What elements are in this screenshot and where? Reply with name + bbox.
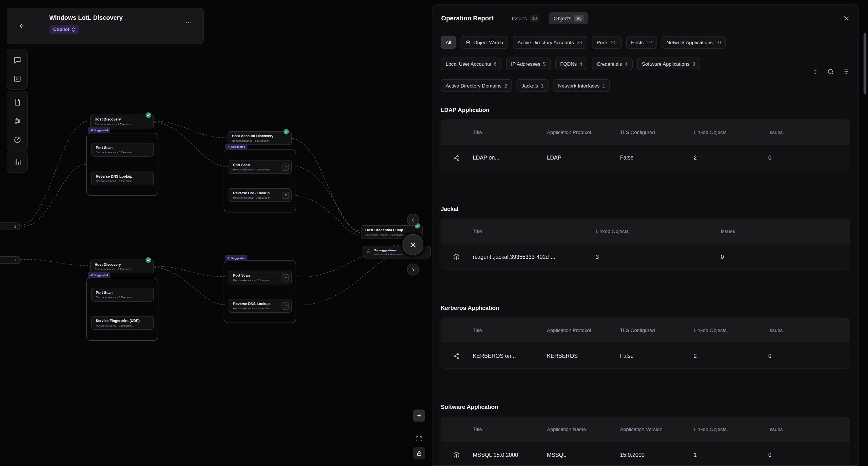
graph-node-reverse-dns-tl[interactable]: Reverse DNS Lookup Reconnaissance - 0 Ex… (91, 172, 154, 185)
search-button[interactable] (827, 68, 834, 75)
column-header: Application Version (620, 427, 662, 432)
graph-node-service-fingerprint-udp[interactable]: Service Fingerprint (UDP) Reconnaissance… (91, 316, 154, 330)
node-subtitle: Reconnaissance - 1 Execution (233, 196, 287, 199)
chip-label: Credentials (597, 61, 622, 67)
graph-node-reverse-dns-tm[interactable]: Reverse DNS Lookup Reconnaissance - 1 Ex… (228, 188, 291, 202)
chip-count: 1 (541, 83, 544, 88)
chip-software-applications[interactable]: Software Applications3 (637, 58, 700, 70)
chip-active-directory-domains[interactable]: Active Directory Domains2 (441, 79, 512, 92)
chip-label: Ports (597, 40, 609, 45)
bar-chart-button[interactable] (8, 152, 27, 171)
open-tool-icon[interactable] (282, 191, 289, 198)
chip-all[interactable]: All (441, 36, 456, 49)
chip-count: 4 (625, 61, 627, 67)
graph-node-reverse-dns-bm[interactable]: Reverse DNS Lookup Reconnaissance - 1 Ex… (228, 299, 291, 312)
table-row[interactable]: LDAP on... LDAP False 2 0 (441, 144, 849, 170)
chip-active-directory-accounts[interactable]: Active Directory Accounts23 (513, 36, 587, 49)
chip-ip-addresses[interactable]: IP Addresses5 (506, 58, 551, 70)
chip-credentials[interactable]: Credentials4 (592, 58, 632, 70)
open-tool-icon[interactable] (282, 274, 289, 281)
chip-object-watch[interactable]: Object Watch (461, 36, 508, 49)
graph-group-top-mid[interactable] (224, 150, 296, 213)
node-title: Reverse DNS Lookup (96, 174, 150, 178)
workflow-edit-button[interactable] (8, 69, 27, 88)
table-row[interactable]: KERBEROS on... KERBEROS False 2 0 (441, 343, 849, 368)
copilot-selector[interactable]: Copilot (50, 25, 80, 34)
edge-marker-label: 1 (14, 258, 16, 262)
column-header: Title (473, 427, 482, 432)
chip-count: 10 (715, 40, 721, 45)
report-section-ldap-application: LDAP Application Title Application Proto… (441, 106, 850, 170)
chip-local-user-accounts[interactable]: Local User Accounts6 (441, 58, 501, 70)
filter-button[interactable] (842, 68, 849, 75)
node-title: Host Account Discovery (232, 134, 287, 138)
graph-node-port-scan-bm[interactable]: Port Scan Reconnaissance - 1 Execution (228, 271, 291, 284)
table-row[interactable]: ri.agent..jackal.39355333-402d-... 3 0 (441, 244, 849, 269)
open-tool-icon[interactable] (282, 163, 289, 170)
package-icon (453, 451, 460, 458)
more-options-button[interactable]: ⋯ (185, 19, 192, 27)
tab-objects[interactable]: Objects 91 (549, 12, 588, 24)
collapse-all-button[interactable] (812, 68, 818, 75)
open-tool-icon[interactable] (282, 302, 289, 309)
lock-icon (416, 450, 422, 456)
chip-count: 1 (602, 83, 605, 88)
node-title: Port Scan (96, 146, 150, 150)
tab-issues[interactable]: Issues 10 (507, 12, 544, 24)
panel-nav-prev-button[interactable] (407, 214, 419, 225)
graph-node-host-discovery-top[interactable]: Host Discovery Reconnaissance - 1 Execut… (90, 115, 154, 128)
graph-node-port-scan-tm[interactable]: Port Scan Reconnaissance - 1 Execution (228, 160, 291, 174)
document-button[interactable] (8, 92, 27, 111)
graph-node-host-discovery-bottom[interactable]: Host Discovery Reconnaissance - 1 Execut… (90, 259, 154, 273)
graph-group-bottom-left[interactable] (86, 278, 158, 341)
graph-node-host-account-discovery[interactable]: Host Account Discovery Reconnaissance - … (228, 131, 292, 145)
cell-value: 0 (721, 253, 724, 259)
chip-label: IP Addresses (511, 61, 540, 67)
chip-network-applications[interactable]: Network Applications10 (661, 36, 726, 49)
chip-hosts[interactable]: Hosts12 (626, 36, 657, 49)
node-subtitle: Reconnaissance - 0 Executio... (96, 324, 150, 327)
graph-canvas[interactable]: Windows LotL Discovery Copilot ⋯ (0, 0, 432, 466)
ai-suggested-badge: AI Suggested (88, 127, 110, 133)
comments-button[interactable] (8, 50, 27, 69)
edge-node-marker[interactable]: 1 (0, 256, 20, 264)
node-title: Port Scan (233, 274, 287, 277)
node-subtitle: Reconnaissance - 1 Execution (95, 267, 150, 271)
graph-group-bottom-mid[interactable]: AI Suggested (224, 260, 296, 323)
zoom-in-button[interactable]: + (413, 409, 425, 422)
zoom-out-button[interactable]: − (417, 423, 421, 432)
column-header: TLS Configured (620, 328, 655, 333)
chip-network-interfaces[interactable]: Network Interfaces1 (553, 79, 610, 92)
column-header: Linked Objects (596, 228, 629, 234)
chip-ports[interactable]: Ports20 (592, 36, 621, 49)
chip-jackals[interactable]: Jackals1 (516, 79, 549, 92)
close-panel-button[interactable] (843, 15, 849, 22)
fit-view-button[interactable] (413, 433, 425, 445)
gauge-button[interactable] (8, 130, 27, 149)
graph-node-port-scan-bl[interactable]: Port Scan Reconnaissance - 0 Executio... (91, 288, 154, 302)
lock-button[interactable] (413, 447, 425, 459)
table-header: Title Application Name Application Versi… (441, 417, 849, 442)
node-subtitle: You can still add tools ma... (374, 252, 404, 255)
object-table: Title Application Protocol TLS Configure… (441, 120, 850, 170)
node-subtitle: Reconnaissance - 1 Execution (95, 122, 150, 126)
sliders-button[interactable] (8, 111, 27, 130)
chip-fqdns[interactable]: FQDNs4 (555, 58, 587, 70)
back-button[interactable] (7, 8, 37, 43)
scrollbar-thumb[interactable] (864, 33, 867, 94)
column-header: Issues (768, 328, 783, 333)
close-icon (409, 241, 416, 248)
success-check-icon (283, 128, 289, 135)
edge-node-marker[interactable]: 1 (0, 222, 20, 230)
chip-count: 2 (504, 83, 507, 88)
table-row[interactable]: MSSQL 15.0.2000 MSSQL 15.0.2000 1 0 (441, 442, 849, 466)
dismiss-suggestions-button[interactable] (402, 234, 423, 255)
tool-rail-group-1 (7, 49, 28, 90)
panel-nav-next-button[interactable] (407, 263, 419, 276)
column-header: Title (473, 228, 482, 234)
graph-node-port-scan-tl[interactable]: Port Scan Reconnaissance - 0 Executio... (91, 143, 154, 157)
edge-marker-label: 1 (14, 225, 16, 228)
graph-group-top-left[interactable] (86, 133, 158, 196)
node-subtitle: Reconnaissance - 1 Execution (232, 139, 287, 142)
node-subtitle: Reconnaissance - 1 Execution (233, 278, 287, 282)
